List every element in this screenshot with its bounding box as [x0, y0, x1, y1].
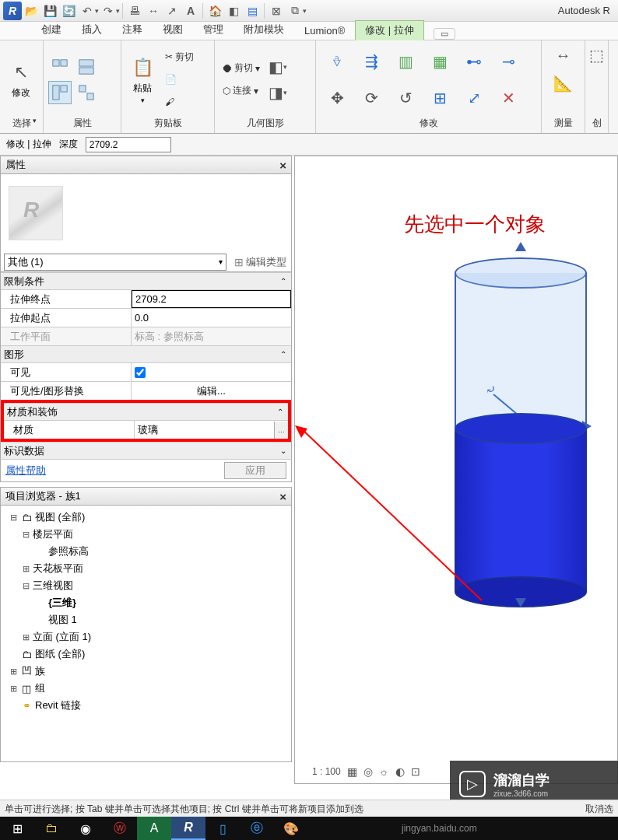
measure-icon[interactable]: ↔ [145, 2, 162, 19]
create-icon[interactable]: ⬚ [585, 44, 609, 67]
extrude-start-value[interactable]: 0.0 [132, 309, 291, 327]
open-icon[interactable]: 📂 [23, 2, 40, 19]
section-icon[interactable]: ◧ [225, 2, 242, 19]
tree-ref-level[interactable]: 参照标高 [2, 543, 290, 560]
task-autocad-icon[interactable]: A [137, 817, 171, 840]
match-props-button[interactable]: 🖌 [162, 92, 197, 112]
family-types-icon[interactable] [75, 55, 98, 79]
copy-modify-icon[interactable]: ↺ [394, 86, 417, 110]
cat-material[interactable]: 材质和装饰⌃ [4, 403, 288, 420]
paste-button[interactable]: 📋粘贴▾ [126, 55, 159, 104]
material-browse-icon[interactable]: … [274, 422, 288, 439]
default-3d-icon[interactable]: 🏠 [206, 2, 223, 19]
tab-modify-extrude[interactable]: 修改 | 拉伸 [355, 20, 424, 40]
move-icon[interactable]: ✥ [325, 86, 349, 110]
material-value[interactable]: 玻璃… [135, 421, 288, 439]
tab-lumion[interactable]: Lumion® [294, 22, 355, 40]
task-paint-icon[interactable]: 🎨 [274, 817, 308, 840]
shadows-icon[interactable]: ◐ [395, 765, 405, 778]
rotate-icon[interactable]: ⟳ [360, 86, 383, 110]
copy-button[interactable]: 📄 [162, 69, 197, 89]
align-icon[interactable]: ⎀ [325, 50, 349, 73]
properties-close-icon[interactable]: × [279, 159, 286, 172]
pin-icon[interactable]: ✕ [497, 86, 520, 110]
task-explorer-icon[interactable]: 🗀 [34, 817, 68, 840]
thin-lines-icon[interactable]: ▤ [244, 2, 261, 19]
detail-level-icon[interactable]: ▦ [347, 765, 357, 778]
tree-families[interactable]: ⊞凹族 [2, 663, 290, 680]
browser-close-icon[interactable]: × [279, 490, 286, 503]
edit-type-button[interactable]: ⊞编辑类型 [230, 255, 291, 269]
save-icon[interactable]: 💾 [41, 2, 58, 19]
scale-icon[interactable]: ⤢ [462, 86, 486, 110]
array-icon[interactable]: ⊞ [428, 86, 451, 110]
trim-ext-icon[interactable]: ⊷ [462, 50, 486, 73]
geom-join-button[interactable]: ⬡ 连接 ▾ [219, 81, 263, 101]
project-browser-tree[interactable]: ⊟🗀视图 (全部) ⊟楼层平面 参照标高 ⊞天花板平面 ⊟三维视图 {三维} 视… [0, 506, 292, 762]
task-phone-icon[interactable]: ▯ [205, 817, 240, 840]
depth-input[interactable] [86, 137, 171, 152]
viewport-3d[interactable]: 先选中一个对象 ⤾ 1 : 100 ▦ ◎ ☼ ◐ ⊡ [294, 156, 618, 784]
task-revit-icon[interactable]: R [171, 817, 205, 840]
family-cat-icon[interactable] [75, 81, 98, 104]
measure-tool-icon[interactable]: 📐 [552, 72, 575, 95]
cope-icon[interactable]: ◧▾ [266, 55, 290, 79]
mirror-draw-icon[interactable]: ▦ [428, 50, 451, 73]
switch-windows-icon[interactable]: ⧉ [286, 2, 304, 19]
tree-floor-plans[interactable]: ⊟楼层平面 [2, 526, 290, 543]
tab-create[interactable]: 创建 [31, 19, 72, 40]
task-netease-icon[interactable]: ⓦ [103, 817, 137, 840]
apply-button[interactable]: 应用 [224, 462, 286, 479]
tab-annotate[interactable]: 注释 [112, 19, 153, 40]
task-groove-icon[interactable]: ◉ [68, 817, 103, 840]
type-selector[interactable]: 其他 (1)▾ [4, 254, 226, 271]
cat-identity[interactable]: 标识数据⌄ [1, 442, 291, 459]
tree-ceiling-plans[interactable]: ⊞天花板平面 [2, 560, 290, 577]
print-icon[interactable]: 🖶 [126, 2, 143, 19]
cat-graphics[interactable]: 图形⌃ [1, 345, 291, 362]
ribbon-expand-icon[interactable]: ▭ [434, 28, 455, 40]
undo-icon[interactable]: ↶ [79, 2, 96, 19]
modify-button[interactable]: ↖修改 [5, 60, 37, 100]
tree-elevations[interactable]: ⊞立面 (立面 1) [2, 628, 290, 646]
sync-icon[interactable]: 🔄 [60, 2, 77, 19]
drag-handle-up-icon[interactable] [515, 242, 526, 251]
start-button[interactable]: ⊞ [0, 817, 34, 840]
split-face-icon[interactable]: ◨▾ [266, 81, 290, 104]
task-edge-icon[interactable]: ⓔ [240, 817, 274, 840]
tab-addins[interactable]: 附加模块 [234, 19, 294, 40]
mirror-pick-icon[interactable]: ▥ [394, 50, 417, 73]
aligned-dim-icon[interactable]: ↔ [552, 44, 575, 67]
split-icon[interactable]: ⊸ [497, 50, 520, 73]
tab-insert[interactable]: 插入 [72, 19, 112, 40]
sun-path-icon[interactable]: ☼ [379, 765, 389, 778]
cat-constraints[interactable]: 限制条件⌃ [1, 272, 291, 289]
extrude-end-value[interactable]: 2709.2 [132, 290, 291, 308]
text-icon[interactable]: A [182, 2, 199, 19]
tree-views[interactable]: ⊟🗀视图 (全部) [2, 509, 290, 526]
tree-three-d[interactable]: {三维} [2, 594, 290, 611]
visibility-override-button[interactable]: 编辑... [132, 382, 291, 400]
tree-3d-views[interactable]: ⊟三维视图 [2, 577, 290, 594]
geom-cut-button[interactable]: ⯃ 剪切 ▾ [219, 58, 263, 79]
tree-view1[interactable]: 视图 1 [2, 611, 290, 628]
tree-revit-links[interactable]: ⚭Revit 链接 [2, 697, 290, 714]
crop-icon[interactable]: ⊡ [411, 765, 420, 778]
tree-sheets[interactable]: 🗀图纸 (全部) [2, 646, 290, 663]
revit-logo-icon[interactable]: R [3, 2, 22, 20]
view-scale[interactable]: 1 : 100 [312, 766, 341, 777]
tab-manage[interactable]: 管理 [193, 19, 234, 40]
drag-handle-down-icon[interactable] [515, 598, 526, 607]
visual-style-icon[interactable]: ◎ [363, 765, 373, 778]
close-inactive-icon[interactable]: ⊠ [268, 2, 285, 19]
instance-props-icon[interactable] [48, 81, 72, 104]
visible-value[interactable] [132, 363, 291, 381]
align-dim-icon[interactable]: ↗ [163, 2, 181, 19]
tab-view[interactable]: 视图 [153, 19, 193, 40]
type-props-icon[interactable] [48, 55, 72, 79]
redo-icon[interactable]: ↷ [100, 2, 117, 19]
cut-button[interactable]: ✂ 剪切 [162, 47, 197, 67]
offset-icon[interactable]: ⇶ [360, 50, 383, 73]
tree-groups[interactable]: ⊞◫组 [2, 680, 290, 697]
properties-help-link[interactable]: 属性帮助 [5, 464, 46, 478]
